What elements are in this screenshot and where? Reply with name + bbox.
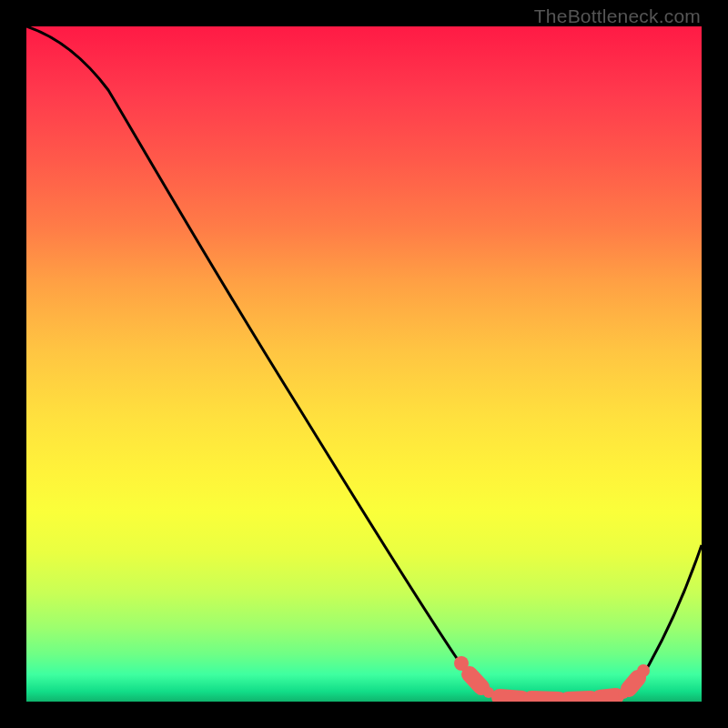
watermark-text: TheBottleneck.com bbox=[534, 5, 701, 27]
plot-area bbox=[26, 26, 702, 702]
background-gradient bbox=[26, 26, 702, 702]
